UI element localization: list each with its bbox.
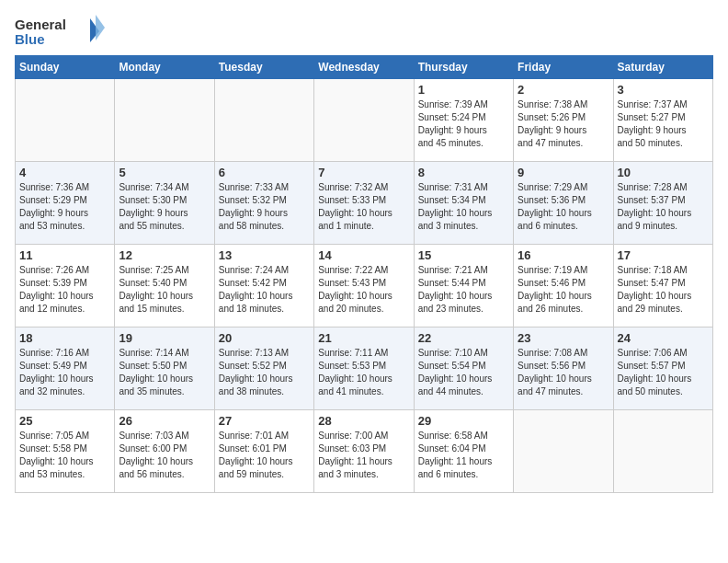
- day-number: 13: [219, 248, 310, 262]
- day-number: 5: [119, 166, 210, 179]
- day-info: Sunrise: 7:06 AM Sunset: 5:57 PM Dayligh…: [618, 347, 709, 398]
- day-info: Sunrise: 7:36 AM Sunset: 5:29 PM Dayligh…: [19, 181, 110, 233]
- day-info: Sunrise: 7:11 AM Sunset: 5:53 PM Dayligh…: [318, 347, 409, 398]
- svg-marker-3: [96, 15, 105, 40]
- day-number: 28: [318, 414, 409, 428]
- calendar-cell: 20Sunrise: 7:13 AM Sunset: 5:52 PM Dayli…: [214, 327, 313, 410]
- day-number: 29: [418, 414, 509, 428]
- day-info: Sunrise: 7:21 AM Sunset: 5:44 PM Dayligh…: [418, 264, 509, 316]
- calendar-cell: [16, 79, 115, 162]
- day-info: Sunrise: 7:31 AM Sunset: 5:34 PM Dayligh…: [418, 181, 509, 233]
- day-info: Sunrise: 7:05 AM Sunset: 5:58 PM Dayligh…: [19, 430, 110, 481]
- calendar-cell: 23Sunrise: 7:08 AM Sunset: 5:56 PM Dayli…: [514, 327, 613, 410]
- day-number: 14: [318, 248, 409, 262]
- day-number: 25: [19, 414, 110, 428]
- day-info: Sunrise: 7:22 AM Sunset: 5:43 PM Dayligh…: [318, 264, 409, 316]
- logo-svg: General Blue: [15, 15, 107, 48]
- day-info: Sunrise: 7:08 AM Sunset: 5:56 PM Dayligh…: [518, 347, 609, 398]
- day-number: 1: [418, 83, 509, 97]
- calendar-cell: 10Sunrise: 7:28 AM Sunset: 5:37 PM Dayli…: [613, 162, 712, 245]
- calendar-cell: 15Sunrise: 7:21 AM Sunset: 5:44 PM Dayli…: [414, 245, 513, 327]
- calendar-cell: 21Sunrise: 7:11 AM Sunset: 5:53 PM Dayli…: [314, 327, 414, 410]
- day-number: 4: [19, 166, 110, 179]
- day-number: 9: [518, 166, 609, 179]
- day-number: 7: [318, 166, 409, 179]
- day-number: 21: [318, 331, 409, 345]
- day-header-friday: Friday: [514, 56, 613, 79]
- day-info: Sunrise: 7:13 AM Sunset: 5:52 PM Dayligh…: [219, 347, 310, 398]
- day-header-saturday: Saturday: [613, 56, 712, 79]
- calendar-cell: 8Sunrise: 7:31 AM Sunset: 5:34 PM Daylig…: [414, 162, 513, 245]
- svg-text:General: General: [15, 17, 66, 32]
- day-info: Sunrise: 7:32 AM Sunset: 5:33 PM Dayligh…: [318, 181, 409, 233]
- day-info: Sunrise: 7:01 AM Sunset: 6:01 PM Dayligh…: [219, 430, 310, 481]
- day-info: Sunrise: 7:37 AM Sunset: 5:27 PM Dayligh…: [618, 98, 709, 150]
- calendar-cell: [613, 410, 712, 493]
- calendar-cell: 19Sunrise: 7:14 AM Sunset: 5:50 PM Dayli…: [115, 327, 214, 410]
- calendar-cell: 2Sunrise: 7:38 AM Sunset: 5:26 PM Daylig…: [514, 79, 613, 162]
- logo: General Blue: [15, 15, 107, 48]
- calendar-cell: 13Sunrise: 7:24 AM Sunset: 5:42 PM Dayli…: [214, 245, 313, 327]
- calendar-cell: 25Sunrise: 7:05 AM Sunset: 5:58 PM Dayli…: [16, 410, 115, 493]
- page-header: General Blue: [15, 15, 713, 48]
- day-header-tuesday: Tuesday: [214, 56, 313, 79]
- day-number: 26: [119, 414, 210, 428]
- calendar-cell: 6Sunrise: 7:33 AM Sunset: 5:32 PM Daylig…: [214, 162, 313, 245]
- day-info: Sunrise: 7:39 AM Sunset: 5:24 PM Dayligh…: [418, 98, 509, 150]
- day-number: 15: [418, 248, 509, 262]
- calendar-cell: 22Sunrise: 7:10 AM Sunset: 5:54 PM Dayli…: [414, 327, 513, 410]
- calendar-cell: 26Sunrise: 7:03 AM Sunset: 6:00 PM Dayli…: [115, 410, 214, 493]
- day-number: 12: [119, 248, 210, 262]
- calendar-cell: 29Sunrise: 6:58 AM Sunset: 6:04 PM Dayli…: [414, 410, 513, 493]
- day-info: Sunrise: 7:28 AM Sunset: 5:37 PM Dayligh…: [618, 181, 709, 233]
- day-number: 18: [19, 331, 110, 345]
- day-info: Sunrise: 7:33 AM Sunset: 5:32 PM Dayligh…: [219, 181, 310, 233]
- day-info: Sunrise: 7:34 AM Sunset: 5:30 PM Dayligh…: [119, 181, 210, 233]
- calendar-cell: [314, 79, 414, 162]
- calendar-cell: 11Sunrise: 7:26 AM Sunset: 5:39 PM Dayli…: [16, 245, 115, 327]
- day-info: Sunrise: 7:00 AM Sunset: 6:03 PM Dayligh…: [318, 430, 409, 481]
- calendar-cell: 1Sunrise: 7:39 AM Sunset: 5:24 PM Daylig…: [414, 79, 513, 162]
- day-number: 24: [618, 331, 709, 345]
- day-number: 20: [219, 331, 310, 345]
- calendar-cell: 14Sunrise: 7:22 AM Sunset: 5:43 PM Dayli…: [314, 245, 414, 327]
- day-header-wednesday: Wednesday: [314, 56, 414, 79]
- calendar-cell: 18Sunrise: 7:16 AM Sunset: 5:49 PM Dayli…: [16, 327, 115, 410]
- calendar-week-row: 18Sunrise: 7:16 AM Sunset: 5:49 PM Dayli…: [16, 327, 713, 410]
- day-info: Sunrise: 7:38 AM Sunset: 5:26 PM Dayligh…: [518, 98, 609, 150]
- calendar-cell: 27Sunrise: 7:01 AM Sunset: 6:01 PM Dayli…: [214, 410, 313, 493]
- calendar-cell: 24Sunrise: 7:06 AM Sunset: 5:57 PM Dayli…: [613, 327, 712, 410]
- calendar-cell: 28Sunrise: 7:00 AM Sunset: 6:03 PM Dayli…: [314, 410, 414, 493]
- calendar-cell: [514, 410, 613, 493]
- day-info: Sunrise: 7:14 AM Sunset: 5:50 PM Dayligh…: [119, 347, 210, 398]
- day-number: 22: [418, 331, 509, 345]
- calendar-cell: 16Sunrise: 7:19 AM Sunset: 5:46 PM Dayli…: [514, 245, 613, 327]
- calendar-week-row: 11Sunrise: 7:26 AM Sunset: 5:39 PM Dayli…: [16, 245, 713, 327]
- day-info: Sunrise: 7:25 AM Sunset: 5:40 PM Dayligh…: [119, 264, 210, 316]
- calendar-cell: 3Sunrise: 7:37 AM Sunset: 5:27 PM Daylig…: [613, 79, 712, 162]
- day-number: 19: [119, 331, 210, 345]
- day-info: Sunrise: 7:16 AM Sunset: 5:49 PM Dayligh…: [19, 347, 110, 398]
- day-info: Sunrise: 7:29 AM Sunset: 5:36 PM Dayligh…: [518, 181, 609, 233]
- day-number: 16: [518, 248, 609, 262]
- calendar-cell: 4Sunrise: 7:36 AM Sunset: 5:29 PM Daylig…: [16, 162, 115, 245]
- day-info: Sunrise: 7:19 AM Sunset: 5:46 PM Dayligh…: [518, 264, 609, 316]
- calendar-cell: 7Sunrise: 7:32 AM Sunset: 5:33 PM Daylig…: [314, 162, 414, 245]
- calendar-table: SundayMondayTuesdayWednesdayThursdayFrid…: [15, 55, 713, 493]
- calendar-week-row: 25Sunrise: 7:05 AM Sunset: 5:58 PM Dayli…: [16, 410, 713, 493]
- day-info: Sunrise: 7:26 AM Sunset: 5:39 PM Dayligh…: [19, 264, 110, 316]
- calendar-week-row: 4Sunrise: 7:36 AM Sunset: 5:29 PM Daylig…: [16, 162, 713, 245]
- day-number: 10: [618, 166, 709, 179]
- day-info: Sunrise: 7:18 AM Sunset: 5:47 PM Dayligh…: [618, 264, 709, 316]
- svg-text:Blue: Blue: [15, 31, 45, 47]
- calendar-week-row: 1Sunrise: 7:39 AM Sunset: 5:24 PM Daylig…: [16, 79, 713, 162]
- calendar-cell: 12Sunrise: 7:25 AM Sunset: 5:40 PM Dayli…: [115, 245, 214, 327]
- day-info: Sunrise: 7:10 AM Sunset: 5:54 PM Dayligh…: [418, 347, 509, 398]
- day-number: 3: [618, 83, 709, 97]
- day-header-sunday: Sunday: [16, 56, 115, 79]
- day-header-monday: Monday: [115, 56, 214, 79]
- day-number: 8: [418, 166, 509, 179]
- calendar-cell: 17Sunrise: 7:18 AM Sunset: 5:47 PM Dayli…: [613, 245, 712, 327]
- calendar-cell: [214, 79, 313, 162]
- day-number: 27: [219, 414, 310, 428]
